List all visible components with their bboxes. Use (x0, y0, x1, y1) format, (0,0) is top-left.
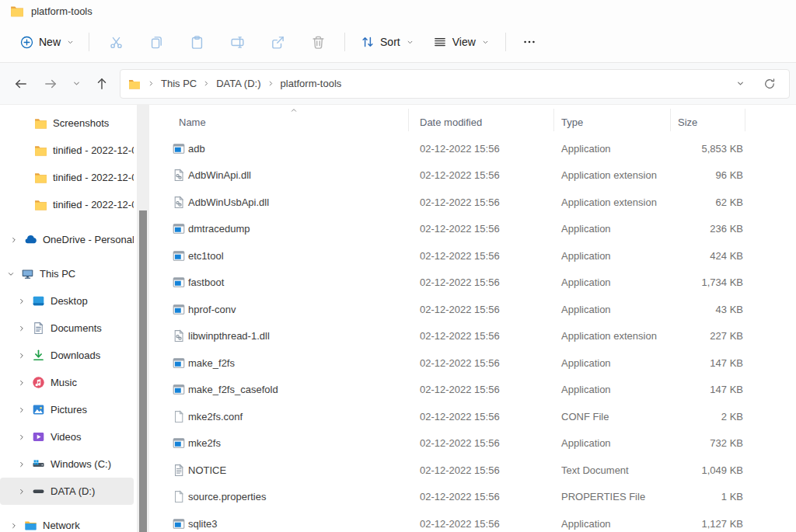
breadcrumb-segment[interactable]: DATA (D:) (211, 78, 266, 89)
file-name: etc1tool (188, 250, 420, 262)
sidebar-scrollbar-thumb[interactable] (139, 210, 147, 532)
file-row[interactable]: mke2fs.conf 02-12-2022 15:56 CONF File 2… (149, 403, 796, 430)
column-header-size[interactable]: Size (678, 116, 743, 128)
delete-button[interactable] (298, 28, 338, 56)
file-date: 02-12-2022 15:56 (420, 437, 561, 449)
sidebar-item-tinified-2[interactable]: tinified - 2022-12-0 (0, 164, 134, 191)
chevron-right-icon[interactable] (17, 405, 26, 415)
column-header-date[interactable]: Date modified (420, 116, 561, 128)
sidebar-item-data-d[interactable]: DATA (D:) (0, 478, 134, 505)
file-row[interactable]: fastboot 02-12-2022 15:56 Application 1,… (149, 269, 796, 297)
breadcrumb-segment[interactable]: This PC (155, 78, 202, 89)
column-separator[interactable] (553, 109, 554, 131)
toolbar-separator (344, 33, 345, 51)
paste-button[interactable] (176, 28, 217, 56)
column-separator[interactable] (670, 109, 671, 131)
refresh-icon (763, 78, 776, 90)
column-separator[interactable] (408, 109, 409, 131)
file-type: Application extension (561, 196, 678, 208)
new-button[interactable]: New (12, 28, 82, 56)
file-icon (169, 490, 188, 503)
file-row[interactable]: NOTICE 02-12-2022 15:56 Text Document 1,… (149, 457, 796, 484)
chevron-right-icon[interactable] (9, 235, 19, 245)
file-row[interactable]: source.properties 02-12-2022 15:56 PROPE… (149, 484, 796, 511)
file-row[interactable]: dmtracedump 02-12-2022 15:56 Application… (149, 216, 796, 243)
sidebar-item-documents[interactable]: Documents (0, 315, 134, 342)
file-row[interactable]: etc1tool 02-12-2022 15:56 Application 42… (149, 242, 796, 269)
sidebar-item-windows-c[interactable]: Windows (C:) (0, 450, 134, 478)
refresh-button[interactable] (755, 70, 784, 98)
share-button[interactable] (257, 28, 298, 56)
back-button[interactable] (6, 70, 36, 98)
chevron-right-icon[interactable] (17, 378, 26, 388)
address-bar[interactable]: This PC DATA (D:) platform-tools (120, 69, 790, 99)
sidebar-item-downloads[interactable]: Downloads (0, 342, 134, 369)
arrow-up-icon (95, 77, 109, 91)
copy-button[interactable] (136, 28, 176, 56)
sidebar-item-tinified-3[interactable]: tinified - 2022-12-0 (0, 191, 134, 218)
file-type: Application (561, 276, 678, 288)
chevron-right-icon[interactable] (17, 297, 26, 306)
cut-button[interactable] (96, 28, 136, 56)
sidebar-item-tinified-1[interactable]: tinified - 2022-12-0 (0, 137, 134, 164)
file-row[interactable]: AdbWinApi.dll 02-12-2022 15:56 Applicati… (149, 162, 796, 190)
onedrive-cloud-icon (24, 233, 37, 246)
sidebar-item-videos[interactable]: Videos (0, 423, 134, 450)
file-row[interactable]: make_f2fs 02-12-2022 15:56 Application 1… (149, 349, 796, 377)
sidebar-item-pictures[interactable]: Pictures (0, 396, 134, 423)
chevron-down-icon[interactable] (6, 269, 16, 279)
file-date: 02-12-2022 15:56 (420, 276, 561, 288)
rename-button[interactable] (217, 28, 257, 56)
file-row[interactable]: mke2fs 02-12-2022 15:56 Application 732 … (149, 430, 796, 457)
file-row[interactable]: adb 02-12-2022 15:56 Application 5,853 K… (149, 135, 796, 162)
column-separator[interactable] (745, 109, 745, 131)
sidebar-item-desktop[interactable]: Desktop (0, 287, 134, 315)
file-type: CONF File (561, 411, 678, 422)
chevron-right-icon[interactable] (17, 433, 26, 442)
sidebar-item-network[interactable]: Network (0, 512, 134, 532)
dll-icon (169, 329, 188, 342)
navigation-pane: Screenshots tinified - 2022-12-0 tinifie… (0, 105, 137, 532)
recent-locations-button[interactable] (65, 70, 87, 98)
application-icon (169, 222, 188, 235)
file-row[interactable]: hprof-conv 02-12-2022 15:56 Application … (149, 296, 796, 323)
file-size: 5,853 KB (678, 143, 743, 155)
sidebar-scrollbar[interactable] (137, 105, 149, 532)
file-size: 1,127 KB (678, 518, 743, 530)
see-more-button[interactable] (512, 28, 546, 56)
chevron-right-icon[interactable] (17, 351, 26, 360)
file-list: Name Date modified Type Size adb 02-12-2… (149, 105, 796, 532)
file-row[interactable]: sqlite3 02-12-2022 15:56 Application 1,1… (149, 510, 796, 532)
sidebar-item-onedrive[interactable]: OneDrive - Personal (0, 226, 134, 253)
sort-button[interactable]: Sort (351, 28, 424, 56)
window-title: platform-tools (31, 5, 93, 17)
file-name: AdbWinApi.dll (188, 169, 420, 181)
sidebar-item-this-pc[interactable]: This PC (0, 260, 134, 287)
chevron-right-icon[interactable] (17, 487, 26, 496)
file-row[interactable]: libwinpthread-1.dll 02-12-2022 15:56 App… (149, 323, 796, 350)
chevron-right-icon[interactable] (9, 521, 19, 530)
up-button[interactable] (87, 70, 117, 98)
view-button-label: View (452, 36, 476, 48)
address-dropdown-button[interactable] (725, 70, 755, 98)
file-date: 02-12-2022 15:56 (420, 491, 561, 502)
breadcrumb-segment[interactable]: platform-tools (275, 78, 347, 89)
file-type: Application (561, 143, 678, 155)
text-document-icon (169, 464, 188, 477)
file-size: 62 KB (678, 196, 743, 208)
sidebar-item-music[interactable]: Music (0, 369, 134, 396)
chevron-right-icon[interactable] (17, 460, 26, 469)
column-header-name[interactable]: Name (179, 116, 420, 128)
file-rows: adb 02-12-2022 15:56 Application 5,853 K… (149, 135, 796, 532)
command-toolbar: New Sort View (0, 22, 796, 63)
file-row[interactable]: make_f2fs_casefold 02-12-2022 15:56 Appl… (149, 377, 796, 404)
forward-button[interactable] (36, 70, 65, 98)
view-button[interactable]: View (424, 28, 499, 56)
file-type: Application extension (561, 330, 678, 342)
application-icon (169, 356, 188, 370)
chevron-right-icon[interactable] (17, 324, 26, 333)
file-row[interactable]: AdbWinUsbApi.dll 02-12-2022 15:56 Applic… (149, 189, 796, 216)
sidebar-item-screenshots[interactable]: Screenshots (0, 110, 134, 137)
new-button-label: New (39, 36, 61, 48)
column-header-type[interactable]: Type (561, 116, 678, 128)
